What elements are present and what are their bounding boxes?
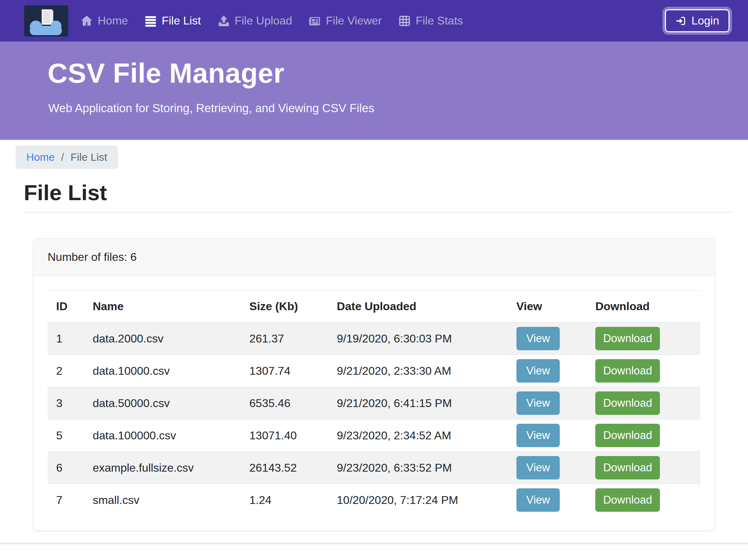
table-header: ID Name Size (Kb) Date Uploaded View Dow… <box>48 291 700 323</box>
file-view-cell: View <box>508 323 587 355</box>
file-size-cell: 6535.46 <box>241 387 328 419</box>
file-size-cell: 1.24 <box>241 484 328 516</box>
nav-item-file-viewer[interactable]: File Viewer <box>308 14 382 27</box>
col-header-date: Date Uploaded <box>328 291 508 323</box>
home-icon <box>80 15 93 27</box>
file-table-body: 1 data.2000.csv 261.37 9/19/2020, 6:30:0… <box>48 323 700 516</box>
file-name-cell: example.fullsize.csv <box>84 452 241 484</box>
file-date-cell: 9/21/2020, 2:33:30 AM <box>328 355 508 387</box>
view-button[interactable]: View <box>516 488 560 512</box>
list-icon <box>144 15 157 27</box>
nav-item-label: File List <box>162 14 201 27</box>
table-row: 7 small.csv 1.24 10/20/2020, 7:17:24 PM … <box>48 484 700 516</box>
breadcrumb-separator: / <box>61 151 64 163</box>
newspaper-icon <box>308 15 321 27</box>
download-button[interactable]: Download <box>595 327 660 350</box>
file-date-cell: 9/21/2020, 6:41:15 PM <box>328 387 508 419</box>
file-size-cell: 261.37 <box>241 323 328 355</box>
nav-item-label: Home <box>98 14 128 27</box>
col-header-download: Download <box>587 291 700 323</box>
table-row: 5 data.100000.csv 13071.40 9/23/2020, 2:… <box>48 419 700 452</box>
file-size-cell: 26143.52 <box>241 452 328 484</box>
file-size-cell: 1307.74 <box>241 355 328 387</box>
upload-icon <box>217 15 230 27</box>
col-header-size: Size (Kb) <box>241 291 328 323</box>
download-button[interactable]: Download <box>595 359 660 383</box>
col-header-view: View <box>508 291 587 323</box>
download-button[interactable]: Download <box>595 488 660 512</box>
file-table: ID Name Size (Kb) Date Uploaded View Dow… <box>48 290 700 516</box>
nav-item-file-stats[interactable]: File Stats <box>398 14 463 27</box>
file-view-cell: View <box>508 452 587 484</box>
login-button-label: Login <box>692 14 719 27</box>
nav-item-label: File Stats <box>416 14 463 27</box>
view-button[interactable]: View <box>516 359 560 383</box>
file-download-cell: Download <box>587 323 700 355</box>
file-id-cell: 5 <box>48 419 84 452</box>
file-download-cell: Download <box>587 452 700 484</box>
nav-links: Home File List File Upload <box>80 14 463 27</box>
file-name-cell: data.100000.csv <box>84 419 241 452</box>
sign-in-icon <box>675 15 687 27</box>
nav-item-file-upload[interactable]: File Upload <box>217 14 292 27</box>
download-button[interactable]: Download <box>595 424 660 447</box>
view-button[interactable]: View <box>516 391 560 415</box>
file-download-cell: Download <box>587 419 700 452</box>
footer-divider <box>0 543 748 544</box>
file-id-cell: 6 <box>48 452 84 484</box>
col-header-id: ID <box>48 291 84 323</box>
nav-item-home[interactable]: Home <box>80 14 128 27</box>
file-download-cell: Download <box>587 387 700 419</box>
file-date-cell: 9/23/2020, 6:33:52 PM <box>328 452 508 484</box>
table-grid-icon <box>398 15 411 27</box>
file-name-cell: small.csv <box>84 484 241 516</box>
card-body: ID Name Size (Kb) Date Uploaded View Dow… <box>33 276 715 530</box>
app-subtitle: Web Application for Storing, Retrieving,… <box>48 101 727 115</box>
file-size-cell: 13071.40 <box>241 419 328 452</box>
navbar: Home File List File Upload <box>0 0 748 42</box>
table-row: 1 data.2000.csv 261.37 9/19/2020, 6:30:0… <box>48 323 700 355</box>
view-button[interactable]: View <box>516 424 560 447</box>
file-name-cell: data.50000.csv <box>84 387 241 419</box>
table-row: 2 data.10000.csv 1307.74 9/21/2020, 2:33… <box>48 355 700 387</box>
cloud-document-logo-icon <box>24 5 68 37</box>
nav-item-file-list[interactable]: File List <box>144 14 201 27</box>
file-id-cell: 3 <box>48 387 84 419</box>
view-button[interactable]: View <box>516 327 560 350</box>
file-download-cell: Download <box>587 355 700 387</box>
heading-divider <box>24 212 734 213</box>
file-name-cell: data.10000.csv <box>84 355 241 387</box>
view-button[interactable]: View <box>516 456 560 479</box>
file-date-cell: 10/20/2020, 7:17:24 PM <box>328 484 508 516</box>
file-view-cell: View <box>508 484 587 516</box>
breadcrumb-current: File List <box>70 151 107 163</box>
download-button[interactable]: Download <box>595 456 660 479</box>
breadcrumb-home-link[interactable]: Home <box>26 151 55 163</box>
file-view-cell: View <box>508 355 587 387</box>
file-name-cell: data.2000.csv <box>84 323 241 355</box>
table-row: 6 example.fullsize.csv 26143.52 9/23/202… <box>48 452 700 484</box>
download-button[interactable]: Download <box>595 391 660 415</box>
file-id-cell: 2 <box>48 355 84 387</box>
file-id-cell: 7 <box>48 484 84 516</box>
login-button[interactable]: Login <box>665 9 730 32</box>
file-date-cell: 9/19/2020, 6:30:03 PM <box>328 323 508 355</box>
nav-item-label: File Upload <box>235 14 292 27</box>
table-row: 3 data.50000.csv 6535.46 9/21/2020, 6:41… <box>48 387 700 419</box>
breadcrumb: Home / File List <box>16 146 118 169</box>
app-title: CSV File Manager <box>48 57 727 89</box>
file-view-cell: View <box>508 387 587 419</box>
file-list-card: Number of files: 6 ID Name Size (Kb) Dat… <box>33 238 715 531</box>
brand-logo[interactable] <box>24 5 68 37</box>
col-header-name: Name <box>84 291 241 323</box>
page-title: File List <box>24 181 748 204</box>
file-download-cell: Download <box>587 484 700 516</box>
page-header: CSV File Manager Web Application for Sto… <box>0 42 748 140</box>
nav-item-label: File Viewer <box>326 14 382 27</box>
file-date-cell: 9/23/2020, 2:34:52 AM <box>328 419 508 452</box>
file-count: Number of files: 6 <box>33 238 715 276</box>
file-id-cell: 1 <box>48 323 84 355</box>
file-view-cell: View <box>508 419 587 452</box>
